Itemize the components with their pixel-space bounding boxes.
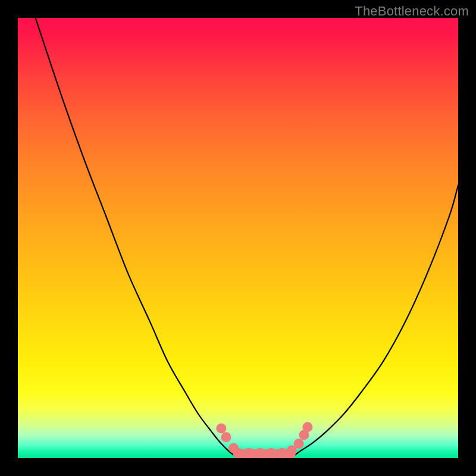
data-marker [302, 422, 312, 432]
plot-area [18, 18, 458, 458]
data-marker [294, 439, 304, 449]
data-marker [216, 423, 226, 433]
data-marker [221, 432, 231, 442]
right-branch-path [291, 185, 458, 458]
watermark-text: TheBottleneck.com [355, 4, 469, 19]
data-marker [266, 448, 276, 458]
data-marker [277, 448, 287, 458]
left-branch-path [36, 18, 238, 458]
chart-stage: TheBottleneck.com [0, 0, 476, 476]
data-marker [255, 448, 265, 458]
data-marker [233, 448, 243, 458]
curve-svg [18, 18, 458, 458]
data-marker [244, 448, 254, 458]
